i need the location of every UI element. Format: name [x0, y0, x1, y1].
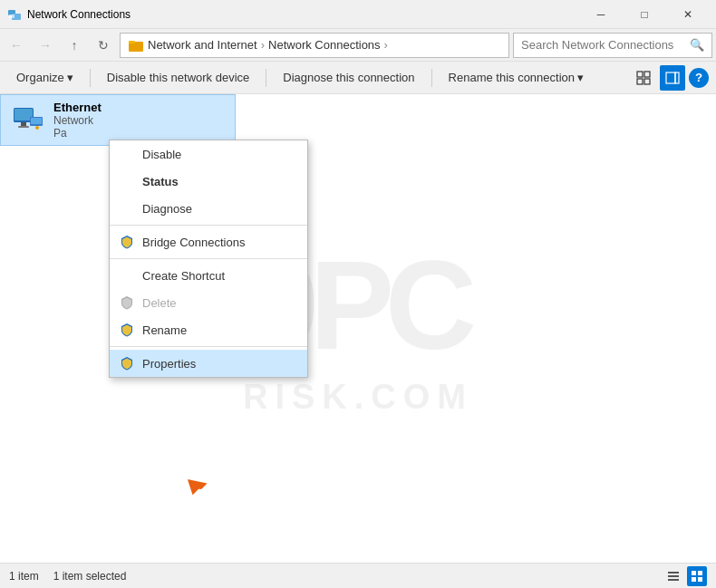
help-button[interactable]: ? — [689, 68, 709, 88]
preview-pane-icon — [665, 71, 680, 85]
forward-button[interactable]: → — [33, 33, 58, 58]
details-view-button[interactable] — [663, 566, 683, 586]
svg-rect-23 — [698, 571, 702, 575]
ethernet-info: Ethernet Network Pa — [53, 101, 102, 140]
watermark-text: RISK.COM — [243, 377, 473, 416]
path-network-connections[interactable]: Network Connections — [268, 38, 381, 52]
svg-point-17 — [35, 126, 39, 130]
refresh-button[interactable]: ↻ — [91, 33, 116, 58]
svg-rect-9 — [666, 72, 675, 83]
svg-rect-2 — [9, 14, 15, 18]
shield-rename-icon — [119, 322, 135, 338]
address-bar: ← → ↑ ↻ Network and Internet › Network C… — [0, 29, 716, 62]
toolbar: Organize ▾ Disable this network device D… — [0, 62, 716, 94]
rename-label: Rename this connection — [449, 71, 575, 84]
disable-device-button[interactable]: Disable this network device — [98, 65, 259, 91]
rename-button[interactable]: Rename this connection ▾ — [440, 65, 593, 91]
disable-label: Disable this network device — [107, 71, 250, 84]
status-view-controls — [663, 566, 707, 586]
ctx-status-label: Status — [142, 175, 179, 188]
toolbar-separator-2 — [266, 69, 266, 87]
up-button[interactable]: ↑ — [62, 33, 87, 58]
ctx-sep-3 — [110, 346, 307, 347]
ctx-bridge-label: Bridge Connections — [142, 236, 245, 249]
ethernet-sub: Network — [53, 114, 102, 127]
ctx-properties[interactable]: Properties — [110, 350, 307, 377]
large-icons-icon — [691, 570, 703, 583]
ctx-delete: Delete — [110, 289, 307, 316]
svg-rect-7 — [637, 79, 643, 84]
shield-bridge-icon — [119, 234, 135, 250]
maximize-button[interactable]: □ — [624, 0, 665, 29]
ctx-delete-label: Delete — [142, 296, 177, 310]
ctx-diagnose-label: Diagnose — [142, 202, 192, 216]
ctx-properties-label: Properties — [142, 357, 196, 371]
window-icon — [7, 7, 22, 22]
window-controls: ─ □ ✕ — [580, 0, 709, 29]
svg-rect-6 — [644, 72, 650, 77]
svg-rect-13 — [21, 122, 26, 126]
organize-arrow: ▾ — [67, 71, 73, 84]
ctx-sep-2 — [110, 258, 307, 259]
title-bar: Network Connections ─ □ ✕ — [0, 0, 716, 29]
ethernet-item[interactable]: Ethernet Network Pa — [0, 94, 236, 146]
status-bar: 1 item 1 item selected — [0, 563, 716, 588]
ethernet-name: Ethernet — [53, 101, 102, 114]
address-path[interactable]: Network and Internet › Network Connectio… — [120, 33, 509, 58]
svg-rect-21 — [668, 579, 679, 581]
toolbar-right: ? — [631, 65, 709, 91]
back-button[interactable]: ← — [4, 33, 29, 58]
grid-view-icon — [636, 71, 651, 85]
svg-rect-24 — [692, 577, 696, 582]
svg-rect-5 — [637, 72, 643, 77]
details-icon — [667, 570, 680, 583]
ctx-shortcut-label: Create Shortcut — [142, 269, 225, 283]
diagnose-button[interactable]: Diagnose this connection — [274, 65, 423, 91]
content-area: 9PC RISK.COM Ethernet Network Pa — [0, 94, 716, 563]
svg-rect-25 — [698, 577, 702, 582]
change-view-button[interactable] — [631, 65, 656, 91]
svg-rect-22 — [692, 571, 696, 575]
ctx-shortcut[interactable]: Create Shortcut — [110, 262, 307, 289]
shield-delete-icon — [119, 294, 135, 311]
svg-rect-20 — [668, 575, 679, 577]
minimize-button[interactable]: ─ — [580, 0, 622, 29]
item-count: 1 item — [9, 570, 39, 583]
path-network-internet[interactable]: Network and Internet — [148, 38, 257, 52]
shield-properties-icon — [119, 355, 135, 371]
search-icon: 🔍 — [690, 38, 704, 52]
context-menu: Disable Status Diagnose Bridge Connectio… — [109, 140, 308, 378]
ctx-disable-label: Disable — [142, 148, 181, 161]
diagnose-label: Diagnose this connection — [283, 71, 414, 84]
toolbar-separator — [90, 69, 91, 87]
ctx-status[interactable]: Status — [110, 168, 307, 195]
organize-label: Organize — [16, 71, 64, 84]
organize-button[interactable]: Organize ▾ — [7, 65, 82, 91]
ctx-rename-label: Rename — [142, 323, 187, 337]
svg-rect-8 — [644, 79, 650, 84]
ctx-diagnose[interactable]: Diagnose — [110, 195, 307, 222]
preview-button[interactable] — [660, 65, 685, 91]
window-title: Network Connections — [27, 8, 580, 21]
svg-rect-16 — [31, 118, 42, 124]
item-selected: 1 item selected — [53, 570, 127, 583]
ethernet-sub2: Pa — [53, 127, 102, 140]
rename-arrow: ▾ — [577, 71, 584, 84]
ethernet-icon — [10, 102, 46, 139]
svg-rect-14 — [18, 126, 29, 128]
svg-rect-4 — [129, 41, 135, 43]
ctx-sep-1 — [110, 225, 307, 226]
search-input[interactable] — [521, 38, 686, 52]
ctx-disable[interactable]: Disable — [110, 140, 307, 168]
folder-icon — [128, 37, 144, 53]
toolbar-separator-3 — [431, 69, 432, 87]
close-button[interactable]: ✕ — [667, 0, 709, 29]
large-icons-button[interactable] — [687, 566, 707, 586]
help-label: ? — [695, 71, 702, 84]
svg-rect-19 — [668, 572, 679, 574]
svg-marker-18 — [182, 453, 254, 523]
ctx-bridge[interactable]: Bridge Connections — [110, 228, 307, 255]
svg-rect-10 — [675, 72, 679, 83]
ctx-rename[interactable]: Rename — [110, 316, 307, 343]
search-box[interactable]: 🔍 — [513, 33, 712, 58]
